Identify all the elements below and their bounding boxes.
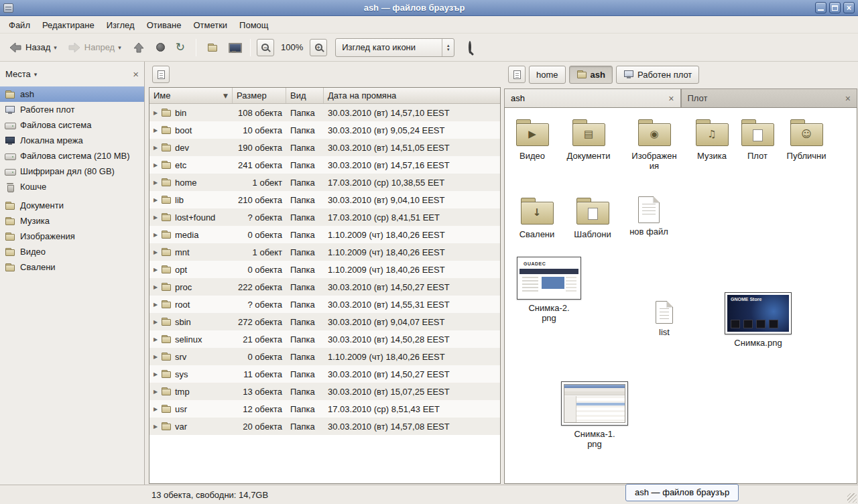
- tab-close-icon[interactable]: [845, 94, 851, 103]
- view-mode-select[interactable]: Изглед като икони: [335, 38, 454, 57]
- file-row[interactable]: boot 10 обекта Папка 30.03.2010 (вт) 9,0…: [149, 121, 500, 139]
- expander-icon[interactable]: [151, 127, 160, 133]
- file-row[interactable]: sys 11 обекта Папка 30.03.2010 (вт) 14,5…: [149, 365, 500, 383]
- sidebar-item[interactable]: Файлова система (210 MB): [0, 148, 144, 164]
- search-button[interactable]: [465, 39, 475, 56]
- sidebar-item[interactable]: ash: [0, 86, 144, 102]
- file-row[interactable]: tmp 13 обекта Папка 30.03.2010 (вт) 15,0…: [149, 383, 500, 400]
- expander-icon[interactable]: [151, 406, 160, 412]
- menu-view[interactable]: Изглед: [101, 18, 141, 32]
- file-row[interactable]: var 20 обекта Папка 30.03.2010 (вт) 14,5…: [149, 418, 500, 435]
- file-row[interactable]: root ? обекта Папка 30.03.2010 (вт) 14,5…: [149, 296, 500, 313]
- sidebar-item[interactable]: Работен плот: [0, 102, 144, 117]
- icon-pictures[interactable]: Изображен ия: [627, 118, 681, 171]
- icon-snimka-1[interactable]: Снимка-1. png: [558, 381, 631, 449]
- expander-icon[interactable]: [151, 249, 160, 255]
- sidebar-item[interactable]: Видео: [0, 244, 144, 259]
- back-button[interactable]: Назад: [4, 39, 62, 56]
- expander-icon[interactable]: [151, 302, 160, 308]
- sidebar-item[interactable]: Документи: [0, 198, 144, 213]
- up-button[interactable]: [127, 39, 150, 56]
- reload-button[interactable]: [171, 39, 190, 56]
- sidebar-item[interactable]: Файлова система: [0, 117, 144, 133]
- sidebar-item[interactable]: Музика: [0, 213, 144, 229]
- icon-videos[interactable]: Видео: [505, 118, 559, 161]
- resize-grip[interactable]: [847, 493, 857, 503]
- file-row[interactable]: sbin 272 обекта Папка 30.03.2010 (вт) 9,…: [149, 313, 500, 330]
- icon-downloads[interactable]: Свалени: [510, 196, 564, 239]
- sidebar-item[interactable]: Изображения: [0, 229, 144, 244]
- file-row[interactable]: lib 210 обекта Папка 30.03.2010 (вт) 9,0…: [149, 191, 500, 208]
- tab-ash[interactable]: ash: [504, 88, 681, 107]
- expander-icon[interactable]: [151, 354, 160, 360]
- tab-close-icon[interactable]: [668, 94, 674, 103]
- expander-icon[interactable]: [151, 162, 160, 168]
- icon-templates[interactable]: Шаблони: [566, 196, 619, 239]
- column-header-date[interactable]: Дата на промяна: [324, 88, 500, 103]
- menu-go[interactable]: Отиване: [141, 18, 188, 32]
- computer-button[interactable]: [224, 40, 244, 56]
- file-row[interactable]: dev 190 обекта Папка 30.03.2010 (вт) 14,…: [149, 139, 500, 156]
- icon-desktop-folder[interactable]: Плот: [731, 118, 784, 161]
- file-row[interactable]: opt 0 обекта Папка 1.10.2009 (чт) 18,40,…: [149, 261, 500, 278]
- expander-icon[interactable]: [151, 284, 160, 290]
- icon-documents[interactable]: Документи: [562, 118, 615, 161]
- file-row[interactable]: mnt 1 обект Папка 1.10.2009 (чт) 18,40,2…: [149, 243, 500, 261]
- file-row[interactable]: srv 0 обекта Папка 1.10.2009 (чт) 18,40,…: [149, 348, 500, 365]
- expander-icon[interactable]: [151, 145, 160, 151]
- expander-icon[interactable]: [151, 232, 160, 238]
- expander-icon[interactable]: [151, 267, 160, 273]
- column-header-size[interactable]: Размер: [233, 88, 286, 103]
- expander-icon[interactable]: [151, 197, 160, 203]
- icon-new-file[interactable]: нов файл: [622, 196, 676, 237]
- file-row[interactable]: selinux 21 обекта Папка 30.03.2010 (вт) …: [149, 330, 500, 348]
- sidebar-item[interactable]: Кошче: [0, 179, 144, 194]
- expander-icon[interactable]: [151, 214, 160, 220]
- menu-edit[interactable]: Редактиране: [36, 18, 101, 32]
- expander-icon[interactable]: [151, 180, 160, 186]
- icon-view[interactable]: Видео Документи Изображен ия Музика Плот…: [504, 107, 857, 484]
- breadcrumb-desktop[interactable]: Работен плот: [616, 66, 699, 84]
- sidebar-item[interactable]: Свалени: [0, 259, 144, 275]
- file-row[interactable]: usr 12 обекта Папка 17.03.2010 (ср) 8,51…: [149, 400, 500, 418]
- tab-plot[interactable]: Плот: [681, 88, 858, 107]
- pane-location-button-right[interactable]: [508, 66, 526, 83]
- breadcrumb-home[interactable]: home: [529, 66, 566, 84]
- stop-button[interactable]: [151, 40, 170, 54]
- menu-bookmarks[interactable]: Отметки: [187, 18, 233, 32]
- zoom-in-button[interactable]: +: [310, 39, 327, 56]
- file-row[interactable]: proc 222 обекта Папка 30.03.2010 (вт) 14…: [149, 278, 500, 296]
- expander-icon[interactable]: [151, 110, 160, 116]
- sidebar-title-select[interactable]: Места: [5, 69, 37, 79]
- forward-button[interactable]: Напред: [63, 39, 126, 56]
- icon-snimka-2[interactable]: GUADEC Снимка-2. png: [515, 257, 583, 323]
- breadcrumb-ash[interactable]: ash: [569, 66, 613, 84]
- titlebar[interactable]: ash — файлов браузър: [0, 0, 858, 16]
- zoom-out-button[interactable]: −: [257, 39, 274, 56]
- sidebar-close-icon[interactable]: [133, 69, 139, 79]
- back-dropdown-icon[interactable]: [54, 44, 57, 51]
- combo-stepper-icon[interactable]: [442, 39, 454, 56]
- maximize-button[interactable]: [829, 2, 841, 13]
- expander-icon[interactable]: [151, 319, 160, 325]
- sidebar-item[interactable]: Локална мрежа: [0, 133, 144, 148]
- column-header-type[interactable]: Вид: [286, 88, 324, 103]
- minimize-button[interactable]: [815, 2, 826, 13]
- sidebar-item[interactable]: Шифриран дял (80 GB): [0, 164, 144, 179]
- expander-icon[interactable]: [151, 336, 160, 342]
- column-header-name[interactable]: Име: [149, 88, 233, 103]
- menu-file[interactable]: Файл: [3, 18, 36, 32]
- expander-icon[interactable]: [151, 371, 160, 377]
- file-row[interactable]: home 1 обект Папка 17.03.2010 (ср) 10,38…: [149, 174, 500, 191]
- home-button[interactable]: [202, 40, 223, 56]
- pane-location-button[interactable]: [152, 66, 170, 83]
- icon-snimka[interactable]: GNOME Store Снимка.png: [721, 292, 795, 348]
- icon-list-file[interactable]: list: [637, 301, 691, 337]
- file-row[interactable]: media 0 обекта Папка 1.10.2009 (чт) 18,4…: [149, 226, 500, 243]
- file-row[interactable]: bin 108 обекта Папка 30.03.2010 (вт) 14,…: [149, 104, 500, 121]
- close-button[interactable]: [843, 2, 855, 13]
- file-row[interactable]: lost+found ? обекта Папка 17.03.2010 (ср…: [149, 208, 500, 226]
- icon-public[interactable]: Публични: [780, 118, 833, 161]
- expander-icon[interactable]: [151, 424, 160, 430]
- file-row[interactable]: etc 241 обекта Папка 30.03.2010 (вт) 14,…: [149, 156, 500, 174]
